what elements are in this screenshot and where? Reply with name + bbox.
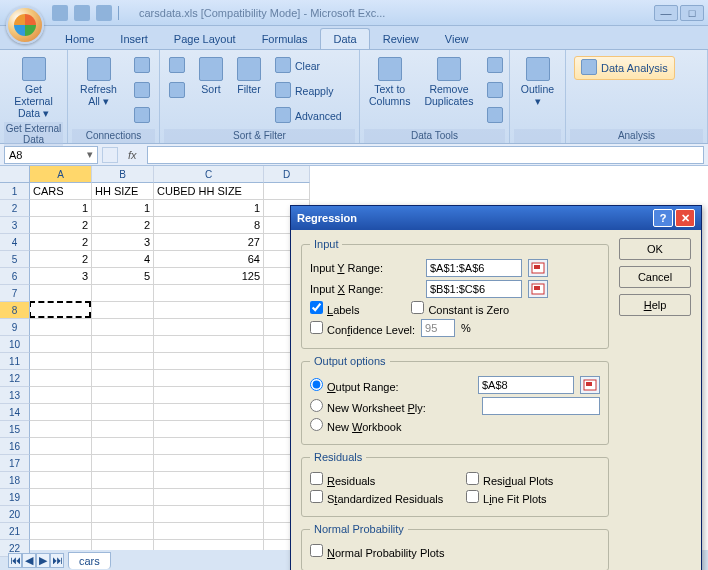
new-worksheet-input[interactable] bbox=[482, 397, 600, 415]
input-y-range[interactable] bbox=[426, 259, 522, 277]
row-header-9[interactable]: 9 bbox=[0, 319, 30, 336]
cell[interactable] bbox=[30, 285, 92, 302]
cell[interactable]: 1 bbox=[30, 200, 92, 217]
cell[interactable] bbox=[30, 421, 92, 438]
dialog-titlebar[interactable]: Regression ? ✕ bbox=[291, 206, 701, 230]
row-header-6[interactable]: 6 bbox=[0, 268, 30, 285]
output-range-input[interactable] bbox=[478, 376, 574, 394]
tab-home[interactable]: Home bbox=[52, 28, 107, 49]
tab-insert[interactable]: Insert bbox=[107, 28, 161, 49]
cell[interactable] bbox=[154, 540, 264, 550]
cell[interactable] bbox=[30, 319, 92, 336]
cell[interactable] bbox=[264, 183, 310, 200]
save-icon[interactable] bbox=[52, 5, 68, 21]
cell[interactable]: 2 bbox=[92, 217, 154, 234]
cell[interactable] bbox=[154, 455, 264, 472]
cell[interactable] bbox=[154, 489, 264, 506]
cell[interactable] bbox=[30, 302, 92, 319]
cell[interactable] bbox=[154, 387, 264, 404]
row-header-19[interactable]: 19 bbox=[0, 489, 30, 506]
formula-bar[interactable] bbox=[147, 146, 704, 164]
cell[interactable] bbox=[92, 353, 154, 370]
row-header-13[interactable]: 13 bbox=[0, 387, 30, 404]
cell[interactable]: 8 bbox=[154, 217, 264, 234]
labels-checkbox[interactable]: Labels bbox=[310, 301, 359, 316]
text-to-columns-button[interactable]: Text to Columns bbox=[364, 54, 415, 110]
refresh-all-button[interactable]: Refresh All ▾ bbox=[72, 54, 125, 110]
cell[interactable] bbox=[92, 455, 154, 472]
cell[interactable]: 2 bbox=[30, 251, 92, 268]
cell[interactable] bbox=[92, 387, 154, 404]
cell[interactable] bbox=[92, 540, 154, 550]
cell[interactable] bbox=[92, 404, 154, 421]
data-analysis-button[interactable]: Data Analysis bbox=[574, 56, 675, 80]
cell[interactable] bbox=[92, 319, 154, 336]
cell[interactable] bbox=[154, 438, 264, 455]
dialog-close-icon[interactable]: ✕ bbox=[675, 209, 695, 227]
cell[interactable]: CARS bbox=[30, 183, 92, 200]
sheet-tab-cars[interactable]: cars bbox=[68, 552, 111, 569]
cell[interactable] bbox=[30, 523, 92, 540]
cell[interactable] bbox=[30, 336, 92, 353]
row-header-11[interactable]: 11 bbox=[0, 353, 30, 370]
cell[interactable] bbox=[92, 285, 154, 302]
line-fit-checkbox[interactable]: Line Fit Plots bbox=[466, 490, 547, 505]
cell[interactable] bbox=[30, 472, 92, 489]
redo-icon[interactable] bbox=[96, 5, 112, 21]
cell[interactable] bbox=[92, 506, 154, 523]
normal-prob-checkbox[interactable]: Normal Probability Plots bbox=[310, 544, 444, 559]
cell[interactable] bbox=[92, 370, 154, 387]
cell[interactable] bbox=[30, 438, 92, 455]
row-header-2[interactable]: 2 bbox=[0, 200, 30, 217]
cell[interactable] bbox=[30, 506, 92, 523]
new-worksheet-radio[interactable]: New Worksheet Ply: bbox=[310, 399, 426, 414]
residuals-checkbox[interactable]: Residuals bbox=[310, 472, 460, 487]
sort-az-button[interactable] bbox=[164, 54, 190, 78]
whatif-button[interactable] bbox=[482, 104, 508, 128]
fx-icon[interactable]: fx bbox=[122, 149, 143, 161]
cell[interactable]: 1 bbox=[154, 200, 264, 217]
cell[interactable] bbox=[30, 540, 92, 550]
cell[interactable]: 2 bbox=[30, 234, 92, 251]
cell[interactable] bbox=[154, 404, 264, 421]
row-header-3[interactable]: 3 bbox=[0, 217, 30, 234]
properties-button[interactable] bbox=[129, 79, 155, 103]
residual-plots-checkbox[interactable]: Residual Plots bbox=[466, 472, 553, 487]
row-header-16[interactable]: 16 bbox=[0, 438, 30, 455]
sheet-nav[interactable]: ⏮◀▶⏭ bbox=[8, 553, 64, 568]
row-header-12[interactable]: 12 bbox=[0, 370, 30, 387]
cell[interactable] bbox=[92, 523, 154, 540]
new-workbook-radio[interactable]: New Workbook bbox=[310, 418, 401, 433]
col-header-B[interactable]: B bbox=[92, 166, 154, 183]
undo-icon[interactable] bbox=[74, 5, 90, 21]
advanced-button[interactable]: Advanced bbox=[270, 104, 347, 128]
output-range-radio[interactable]: Output Range: bbox=[310, 378, 399, 393]
row-header-14[interactable]: 14 bbox=[0, 404, 30, 421]
row-header-1[interactable]: 1 bbox=[0, 183, 30, 200]
row-header-10[interactable]: 10 bbox=[0, 336, 30, 353]
row-header-18[interactable]: 18 bbox=[0, 472, 30, 489]
ok-button[interactable]: OK bbox=[619, 238, 691, 260]
cell[interactable]: 4 bbox=[92, 251, 154, 268]
col-header-C[interactable]: C bbox=[154, 166, 264, 183]
cell[interactable]: 3 bbox=[92, 234, 154, 251]
col-header-D[interactable]: D bbox=[264, 166, 310, 183]
cell[interactable]: 3 bbox=[30, 268, 92, 285]
cell[interactable]: 27 bbox=[154, 234, 264, 251]
cell[interactable] bbox=[92, 438, 154, 455]
cell[interactable] bbox=[154, 523, 264, 540]
connections-button[interactable] bbox=[129, 54, 155, 78]
row-header-4[interactable]: 4 bbox=[0, 234, 30, 251]
cell[interactable]: CUBED HH SIZE bbox=[154, 183, 264, 200]
cell[interactable] bbox=[30, 404, 92, 421]
maximize-button[interactable]: □ bbox=[680, 5, 704, 21]
cell[interactable]: HH SIZE bbox=[92, 183, 154, 200]
cancel-button[interactable]: Cancel bbox=[619, 266, 691, 288]
cell[interactable] bbox=[30, 353, 92, 370]
tab-page-layout[interactable]: Page Layout bbox=[161, 28, 249, 49]
edit-links-button[interactable] bbox=[129, 104, 155, 128]
cell[interactable] bbox=[154, 421, 264, 438]
row-header-5[interactable]: 5 bbox=[0, 251, 30, 268]
row-header-17[interactable]: 17 bbox=[0, 455, 30, 472]
tab-review[interactable]: Review bbox=[370, 28, 432, 49]
